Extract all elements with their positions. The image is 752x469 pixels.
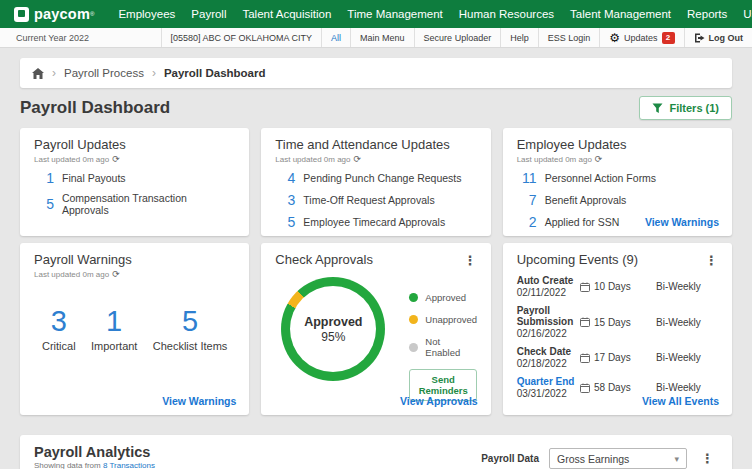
item-count: 7	[517, 192, 537, 208]
stat-value: 1	[91, 305, 137, 338]
item-label: Compensation Transaction Approvals	[62, 192, 235, 216]
payroll-data-label: Payroll Data	[481, 453, 539, 464]
filters-button[interactable]: Filters (1)	[639, 96, 732, 120]
event-date: 02/16/2022	[517, 328, 580, 339]
important-stat[interactable]: 1 Important	[91, 305, 137, 352]
not-enabled-dot-icon	[409, 343, 418, 352]
event-frequency: Bi-Weekly	[656, 352, 718, 363]
nav-user-options[interactable]: User Options	[735, 8, 752, 20]
payroll-data-dropdown[interactable]: Gross Earnings ▾	[549, 448, 687, 469]
item-label: Pending Punch Change Requests	[303, 172, 461, 184]
stat-label: Important	[91, 340, 137, 352]
nav-human-resources[interactable]: Human Resources	[451, 8, 562, 20]
view-warnings-link[interactable]: View Warnings	[162, 395, 236, 407]
refresh-icon[interactable]: ⟳	[595, 154, 603, 164]
breadcrumb-payroll-process[interactable]: Payroll Process	[64, 67, 144, 79]
list-item[interactable]: 7 Benefit Approvals	[517, 192, 718, 208]
item-label: Time-Off Request Approvals	[303, 194, 434, 206]
calendar-icon	[580, 282, 590, 292]
sub-toolbar: Current Year 2022 [05580] ABC OF OKLAHOM…	[0, 28, 752, 48]
refresh-icon[interactable]: ⟳	[112, 154, 120, 164]
current-year-label: Current Year 2022	[0, 33, 105, 43]
kebab-menu-icon[interactable]: ⋮	[697, 449, 718, 468]
card-title: Time and Attendance Updates	[275, 137, 476, 152]
event-days: 10 Days	[594, 281, 631, 292]
refresh-icon[interactable]: ⟳	[354, 154, 362, 164]
employee-updates-card: Employee Updates Last updated 0m ago⟳ 11…	[503, 128, 732, 236]
help-link[interactable]: Help	[500, 28, 538, 47]
stat-value: 3	[42, 305, 76, 338]
last-updated-text: Last updated 0m ago	[34, 155, 109, 164]
list-item[interactable]: 1 Final Payouts	[34, 170, 235, 186]
view-all-events-link[interactable]: View All Events	[642, 395, 719, 407]
last-updated-text: Last updated 0m ago	[34, 270, 109, 279]
nav-employees[interactable]: Employees	[110, 8, 183, 20]
breadcrumb-payroll-dashboard: Payroll Dashboard	[164, 67, 266, 79]
updates-menu[interactable]: ⚙ Updates 2	[599, 28, 683, 47]
list-item[interactable]: 11 Personnel Action Forms	[517, 170, 718, 186]
event-name: Check Date	[517, 346, 580, 357]
all-link[interactable]: All	[321, 28, 350, 47]
card-title: Payroll Updates	[34, 137, 235, 152]
refresh-icon[interactable]: ⟳	[112, 269, 120, 279]
item-count: 11	[517, 170, 537, 186]
analytics-controls: Payroll Data Gross Earnings ▾ ⋮	[481, 448, 718, 469]
top-nav: paycom® Employees Payroll Talent Acquisi…	[0, 0, 752, 28]
main-menu-link[interactable]: Main Menu	[350, 28, 414, 47]
kebab-menu-icon[interactable]: ⋮	[460, 251, 481, 270]
stat-label: Checklist Items	[153, 340, 228, 352]
event-row[interactable]: Auto Create 02/11/2022 10 Days Bi-Weekly	[517, 275, 718, 298]
analytics-subtitle: Showing data from 8 Transactions	[34, 461, 155, 469]
stat-label: Critical	[42, 340, 76, 352]
list-item[interactable]: 3 Time-Off Request Approvals	[275, 192, 476, 208]
last-updated-text: Last updated 0m ago	[517, 155, 592, 164]
client-name: [05580] ABC OF OKLAHOMA CITY	[161, 28, 322, 47]
critical-stat[interactable]: 3 Critical	[42, 305, 76, 352]
check-approvals-card: Check Approvals ⋮ Approved 95% Approved	[261, 243, 490, 415]
item-label: Benefit Approvals	[545, 194, 627, 206]
payroll-analytics-card: Payroll Analytics Showing data from 8 Tr…	[20, 435, 732, 469]
payroll-updates-card: Payroll Updates Last updated 0m ago⟳ 1 F…	[20, 128, 249, 236]
log-out-button[interactable]: Log Out	[684, 28, 752, 47]
home-icon[interactable]	[32, 68, 44, 79]
card-title: Upcoming Events (9)	[517, 252, 718, 267]
breadcrumb: › Payroll Process › Payroll Dashboard	[20, 58, 732, 88]
nav-talent-acquisition[interactable]: Talent Acquisition	[234, 8, 339, 20]
approval-donut-chart: Approved 95%	[281, 277, 385, 381]
nav-payroll[interactable]: Payroll	[183, 8, 234, 20]
payroll-dashboard-app: paycom® Employees Payroll Talent Acquisi…	[0, 0, 752, 469]
secure-uploader-link[interactable]: Secure Uploader	[414, 28, 501, 47]
paycom-logo[interactable]: paycom®	[14, 6, 94, 22]
event-frequency: Bi-Weekly	[656, 317, 718, 328]
list-item[interactable]: 5 Compensation Transaction Approvals	[34, 192, 235, 216]
event-row[interactable]: Check Date 02/18/2022 17 Days Bi-Weekly	[517, 346, 718, 369]
nav-talent-management[interactable]: Talent Management	[562, 8, 679, 20]
warning-stats: 3 Critical 1 Important 5 Checklist Items	[34, 305, 235, 352]
checklist-items-stat[interactable]: 5 Checklist Items	[153, 305, 228, 352]
donut-center-label: Approved 95%	[281, 277, 385, 381]
event-date: 02/11/2022	[517, 287, 580, 298]
card-title: Payroll Warnings	[34, 252, 235, 267]
list-item[interactable]: 4 Pending Punch Change Requests	[275, 170, 476, 186]
unapproved-dot-icon	[409, 315, 418, 324]
view-approvals-link[interactable]: View Approvals	[400, 395, 478, 407]
filters-label: Filters (1)	[669, 102, 719, 114]
nav-reports[interactable]: Reports	[679, 8, 735, 20]
transactions-link[interactable]: 8 Transactions	[103, 461, 155, 469]
calendar-icon	[580, 317, 590, 327]
main-nav-items: Employees Payroll Talent Acquisition Tim…	[110, 8, 752, 20]
legend-not-enabled: Not Enabled	[409, 336, 477, 358]
funnel-icon	[652, 103, 663, 114]
nav-time-management[interactable]: Time Management	[339, 8, 450, 20]
item-count: 5	[275, 214, 295, 230]
item-label: Final Payouts	[62, 172, 126, 184]
kebab-menu-icon[interactable]: ⋮	[701, 251, 722, 270]
log-out-icon	[694, 33, 705, 43]
sub-toolbar-right: [05580] ABC OF OKLAHOMA CITY All Main Me…	[161, 28, 752, 47]
list-item[interactable]: 5 Employee Timecard Approvals	[275, 214, 476, 230]
item-count: 1	[34, 170, 54, 186]
event-name-quarter-end[interactable]: Quarter End	[517, 376, 580, 387]
ess-login-link[interactable]: ESS Login	[538, 28, 600, 47]
event-row[interactable]: Payroll Submission 02/16/2022 15 Days Bi…	[517, 305, 718, 339]
view-warnings-link[interactable]: View Warnings	[645, 216, 719, 228]
